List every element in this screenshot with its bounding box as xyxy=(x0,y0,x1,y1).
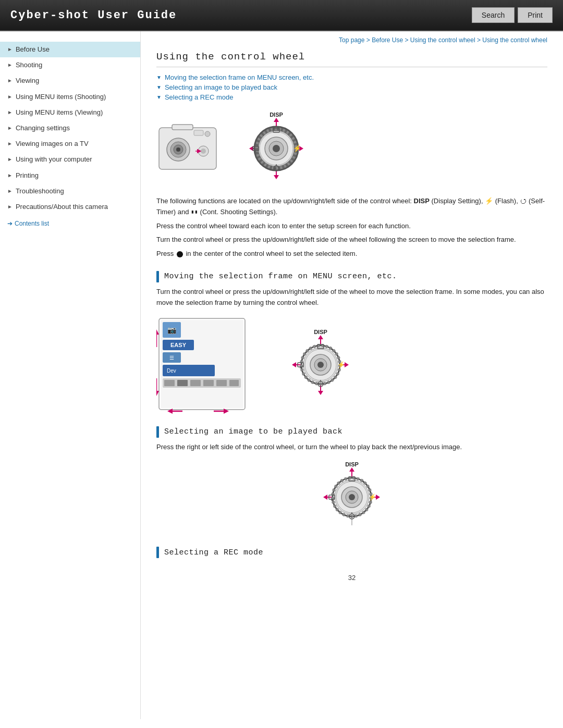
body-text-2: Press the control wheel toward each icon… xyxy=(156,221,547,232)
svg-text:Dev: Dev xyxy=(167,368,176,374)
main-content: Top page > Before Use > Using the contro… xyxy=(141,31,563,719)
sidebar-label: Viewing images on a TV xyxy=(16,139,133,149)
sidebar-item-menu-viewing[interactable]: ► Using MENU items (Viewing) xyxy=(0,105,140,120)
sidebar-label: Using MENU items (Shooting) xyxy=(16,92,133,102)
svg-rect-59 xyxy=(203,380,214,386)
sidebar-item-before-use[interactable]: ► Before Use xyxy=(0,42,140,57)
sidebar-label: Using with your computer xyxy=(16,155,133,164)
toc-triangle-icon: ▼ xyxy=(156,84,162,90)
page-title: Using the control wheel xyxy=(156,51,547,67)
control-wheel-menu: DISP xyxy=(282,327,360,403)
circle-button-icon xyxy=(177,251,183,257)
search-button[interactable]: Search xyxy=(472,7,515,23)
section3-title: Selecting a REC mode xyxy=(164,548,263,557)
sidebar-label: Before Use xyxy=(16,45,133,54)
svg-rect-9 xyxy=(194,130,203,135)
svg-text:⚡: ⚡ xyxy=(293,144,302,153)
svg-text:DISP: DISP xyxy=(270,112,283,118)
svg-marker-92 xyxy=(323,495,327,500)
control-wheel-playback: DISP xyxy=(156,460,547,535)
sidebar-item-computer[interactable]: ► Using with your computer xyxy=(0,152,140,167)
toc-triangle-icon: ▼ xyxy=(156,75,162,80)
control-wheel-main: DISP xyxy=(235,109,318,188)
toc-link-1[interactable]: ▼ Moving the selection frame on MENU scr… xyxy=(156,73,547,81)
svg-rect-60 xyxy=(216,380,227,386)
svg-marker-64 xyxy=(318,335,323,339)
arrow-icon: ► xyxy=(7,140,13,147)
sidebar-item-troubleshooting[interactable]: ► Troubleshooting xyxy=(0,183,140,199)
section-bar-icon xyxy=(156,547,159,558)
arrow-icon: ► xyxy=(7,77,13,84)
playback-wheel: DISP xyxy=(313,460,391,535)
section3-header: Selecting a REC mode xyxy=(156,547,547,558)
svg-text:EASY: EASY xyxy=(170,342,187,348)
sidebar-item-menu-shooting[interactable]: ► Using MENU items (Shooting) xyxy=(0,89,140,105)
sidebar-label: Changing settings xyxy=(16,124,133,133)
camera-body-diagram xyxy=(156,122,219,175)
header: Cyber-shot User Guide Search Print xyxy=(0,0,563,31)
sidebar-label: Shooting xyxy=(16,60,133,70)
sidebar-label: Using MENU items (Viewing) xyxy=(16,108,133,117)
section1-body: Turn the control wheel or press the up/d… xyxy=(156,287,547,309)
sidebar-label: Printing xyxy=(16,171,133,180)
svg-marker-66 xyxy=(318,391,323,395)
arrow-icon: ► xyxy=(7,109,13,116)
page-number: 32 xyxy=(156,574,547,582)
menu-screen-diagram: 📷 EASY ☰ Dev xyxy=(156,316,261,415)
toc-link-label: Moving the selection frame on MENU scree… xyxy=(165,73,314,81)
sidebar-label: Troubleshooting xyxy=(16,187,133,196)
svg-text:DISP: DISP xyxy=(345,461,359,467)
toc-link-3[interactable]: ▼ Selecting a REC mode xyxy=(156,93,547,101)
toc-link-label: Selecting a REC mode xyxy=(165,93,234,101)
menu-diagram-row: 📷 EASY ☰ Dev xyxy=(156,316,547,415)
svg-rect-61 xyxy=(229,380,239,386)
section2-diagram: DISP xyxy=(156,460,547,535)
body-text-1: The following functions are located on t… xyxy=(156,196,547,218)
control-wheel-diagram: DISP xyxy=(235,109,318,188)
section1-header: Moving the selection frame on MENU scree… xyxy=(156,271,547,282)
body-text-4: Press in the center of the control wheel… xyxy=(156,249,547,260)
sidebar-item-shooting[interactable]: ► Shooting xyxy=(0,57,140,73)
contents-list-link[interactable]: ➔ Contents list xyxy=(0,215,140,232)
section2-header: Selecting an image to be played back xyxy=(156,426,547,438)
arrow-icon: ► xyxy=(7,61,13,69)
svg-marker-90 xyxy=(376,495,380,500)
sidebar-label: Viewing xyxy=(16,76,133,85)
sidebar-item-viewing[interactable]: ► Viewing xyxy=(0,73,140,89)
svg-point-77 xyxy=(317,362,324,368)
svg-marker-13 xyxy=(274,118,279,122)
toc-link-2[interactable]: ▼ Selecting an image to be played back xyxy=(156,83,547,91)
sidebar-label: Precautions/About this camera xyxy=(16,202,133,212)
svg-marker-70 xyxy=(292,362,296,367)
svg-marker-87 xyxy=(349,467,354,472)
right-arrow-icon: ➔ xyxy=(7,220,13,227)
arrow-icon: ► xyxy=(7,172,13,179)
svg-rect-56 xyxy=(164,380,175,386)
svg-point-8 xyxy=(205,131,210,137)
svg-point-7 xyxy=(201,149,206,154)
svg-text:DISP: DISP xyxy=(314,329,327,335)
sidebar-item-tv[interactable]: ► Viewing images on a TV xyxy=(0,136,140,152)
sidebar-item-precautions[interactable]: ► Precautions/About this camera xyxy=(0,199,140,215)
contents-link-label: Contents list xyxy=(15,220,49,227)
menu-control-wheel: DISP xyxy=(282,327,360,403)
arrow-icon: ► xyxy=(7,93,13,101)
svg-text:⚡: ⚡ xyxy=(337,361,345,368)
section-bar-icon xyxy=(156,271,159,282)
arrow-icon: ► xyxy=(7,203,13,211)
sidebar-item-settings[interactable]: ► Changing settings xyxy=(0,120,140,136)
svg-point-99 xyxy=(349,494,355,500)
body-text-3: Turn the control wheel or press the up/d… xyxy=(156,235,547,245)
svg-rect-1 xyxy=(172,125,193,130)
svg-marker-15 xyxy=(274,175,279,179)
breadcrumb[interactable]: Top page > Before Use > Using the contro… xyxy=(156,36,547,44)
section1-title: Moving the selection frame on MENU scree… xyxy=(164,272,397,281)
arrow-icon: ► xyxy=(7,156,13,163)
main-layout: ► Before Use ► Shooting ► Viewing ► Usin… xyxy=(0,31,563,719)
section2-title: Selecting an image to be played back xyxy=(164,427,342,436)
section-bar-icon xyxy=(156,426,159,438)
print-button[interactable]: Print xyxy=(518,7,553,23)
arrow-icon: ► xyxy=(7,188,13,195)
toc-link-label: Selecting an image to be played back xyxy=(165,83,277,91)
sidebar-item-printing[interactable]: ► Printing xyxy=(0,168,140,183)
